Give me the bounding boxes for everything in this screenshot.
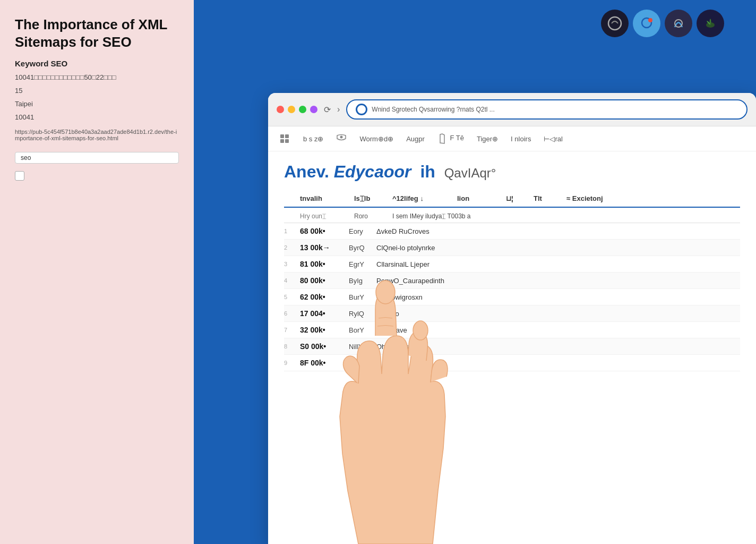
sub-header-row: Hry oun⌶ Roro I sem IMey iludya⌶ T003b a: [284, 210, 740, 223]
sub-col-isem: I sem IMey iludya⌶ T003b a: [392, 212, 740, 220]
country-code: EgrY: [349, 260, 370, 268]
minimize-button[interactable]: [288, 106, 295, 113]
svg-rect-5: [280, 134, 284, 138]
row-description: €halfowigrosxn: [376, 293, 740, 301]
table-row[interactable]: 7 32 00k• BorY Eowerave: [284, 322, 740, 338]
svg-point-9: [340, 136, 343, 139]
copy-icon[interactable]: [15, 171, 24, 181]
col-header-excl: ≈ Excietonj: [566, 194, 740, 202]
col-header-istb: ls⌶lb: [354, 194, 386, 202]
row-description: PonwO_Caurapedinth: [376, 277, 740, 285]
address-text: Wnind Sgrotech Qvsarrowing ?rnats Q2tl .…: [372, 106, 494, 113]
icon-circle-4: [697, 10, 724, 37]
country-code: RylQ: [349, 310, 370, 318]
row-description: Eowerave: [376, 326, 740, 334]
col-header-invalid: tnvalih: [300, 194, 348, 202]
maximize-button[interactable]: [299, 106, 306, 113]
tab-nloirs[interactable]: I nloirs: [511, 133, 531, 145]
stat-number: 80 00k•: [300, 276, 342, 285]
meta-location: Taipei: [15, 100, 179, 108]
sub-col-roro: Roro: [354, 212, 386, 220]
keyword-label: Keyword SEO: [15, 59, 179, 68]
row-description: ΔvkeD RuCroves: [376, 227, 740, 235]
tab-worm[interactable]: Worm⊕d⊕: [359, 133, 393, 145]
meta-count: 15: [15, 87, 179, 95]
browser-chrome: ⟳ › Wnind Sgrotech Qvsarrowing ?rnats Q2…: [268, 93, 756, 126]
country-code: BorY: [349, 326, 370, 334]
svg-rect-7: [280, 139, 284, 143]
tab-tiger[interactable]: Tiger⊕: [477, 133, 498, 145]
table-row[interactable]: 9 8F 00k•: [284, 355, 740, 371]
col-header-icon: ⊔¦: [506, 194, 527, 202]
back-button[interactable]: ⟳: [324, 105, 331, 115]
svg-point-3: [675, 20, 682, 27]
svg-point-0: [608, 17, 621, 30]
data-rows: 1 68 00k• Eory ΔvkeD RuCroves 2 13 00k→ …: [284, 223, 740, 371]
col-header-lion: lion: [457, 194, 500, 202]
address-bar[interactable]: Wnind Sgrotech Qvsarrowing ?rnats Q2tl .…: [346, 99, 748, 120]
table-row[interactable]: 5 62 00k• BurY €halfowigrosxn: [284, 289, 740, 305]
tab-sq[interactable]: [336, 132, 347, 146]
stat-number: 8F 00k•: [300, 359, 342, 367]
stat-number: 68 00k•: [300, 227, 342, 235]
table-row[interactable]: 2 13 00k→ ByrQ ClQnei-lo ptolynrke: [284, 240, 740, 256]
left-panel: The Importance of XML Sitemaps for SEO K…: [0, 0, 194, 544]
country-code: Eory: [349, 227, 370, 235]
sub-col-hry: Hry oun⌶: [300, 212, 348, 220]
svg-rect-8: [285, 139, 289, 143]
forward-button[interactable]: ›: [337, 105, 340, 114]
row-description: ClQnei-lo ptolynrke: [376, 244, 740, 252]
table-header: tnvalih ls⌶lb ^12lifeg ↓ lion ⊔¦ Tlt ≈ E…: [284, 190, 740, 208]
svg-point-2: [648, 18, 652, 22]
table-row[interactable]: 6 17 004• RylQ Dalywo: [284, 305, 740, 322]
article-url[interactable]: https://pub-5c454f571b8e40a3a2aad27ade84…: [15, 129, 179, 141]
tab-bsz[interactable]: b s z⊕: [303, 133, 323, 145]
article-title: The Importance of XML Sitemaps for SEO: [15, 16, 179, 50]
col-header-tk: Tlt: [534, 194, 560, 202]
tab-augpr[interactable]: Augpr: [406, 133, 425, 145]
table-row[interactable]: 3 81 00k• EgrY CllarsinalL Ljeper: [284, 256, 740, 273]
extra-button[interactable]: [310, 106, 317, 113]
stat-number: 13 00k→: [300, 243, 342, 252]
page-title: Anev. Edycaoor ih QavIAqr°: [284, 162, 740, 182]
tab-lcp[interactable]: [279, 131, 290, 147]
col-header-12lifeg[interactable]: ^12lifeg ↓: [392, 194, 451, 202]
row-description: CllarsinalL Ljeper: [376, 260, 740, 268]
meta-code: 10041: [15, 113, 179, 121]
country-code: BurY: [349, 293, 370, 301]
traffic-lights: [277, 106, 317, 113]
content-area: Anev. Edycaoor ih QavIAqr° tnvalih ls⌶lb…: [268, 151, 756, 382]
country-code: ByIg: [349, 277, 370, 285]
browser-window: ⟳ › Wnind Sgrotech Qvsarrowing ?rnats Q2…: [268, 93, 756, 544]
row-description: Dalywo: [376, 310, 740, 318]
close-button[interactable]: [277, 106, 284, 113]
icon-circle-1: [601, 10, 629, 37]
country-code: ByrQ: [349, 244, 370, 252]
stat-number: 17 004•: [300, 309, 342, 318]
stat-number: 81 00k•: [300, 260, 342, 268]
top-icons: [601, 10, 724, 37]
seo-tag[interactable]: seo: [15, 152, 179, 164]
tab-kural[interactable]: ⊢◁ral: [544, 133, 562, 145]
tab-f-te[interactable]: F Tē: [437, 131, 464, 146]
stat-number: 32 00k•: [300, 326, 342, 334]
icon-circle-3: [665, 10, 692, 37]
right-panel: ⟳ › Wnind Sgrotech Qvsarrowing ?rnats Q2…: [194, 0, 756, 544]
table-row[interactable]: 8 S0 00k• NillY OhrepemsTurare: [284, 338, 740, 355]
table-row[interactable]: 4 80 00k• ByIg PonwO_Caurapedinth: [284, 273, 740, 289]
stat-number: S0 00k•: [300, 342, 342, 351]
address-circle-icon: [356, 104, 367, 115]
country-code: NillY: [349, 343, 370, 351]
tab-bar: b s z⊕ Worm⊕d⊕ Augpr F Tē Tiger⊕ I nloir…: [268, 126, 756, 151]
meta-id: 10041□□□□□□□□□□□□50□22□□□: [15, 73, 179, 81]
row-description: OhrepemsTurare: [376, 343, 740, 351]
stat-number: 62 00k•: [300, 293, 342, 301]
svg-rect-6: [285, 134, 289, 138]
icon-circle-2: [633, 10, 660, 37]
table-row[interactable]: 1 68 00k• Eory ΔvkeD RuCroves: [284, 223, 740, 240]
